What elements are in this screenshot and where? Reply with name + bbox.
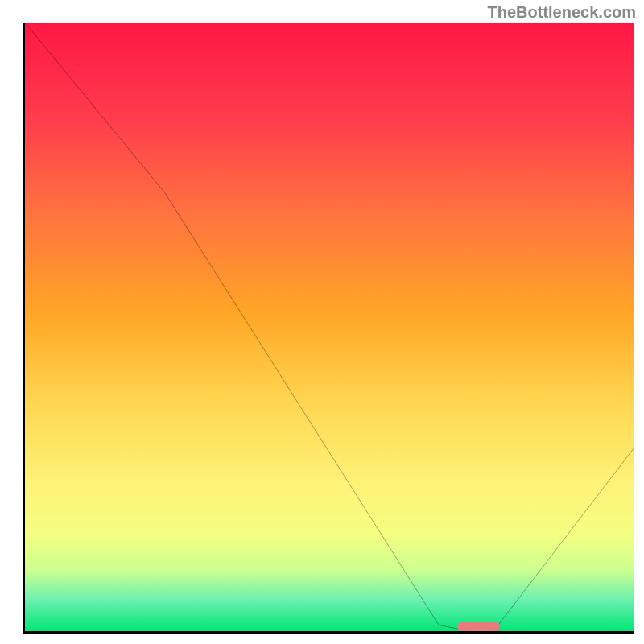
chart-line-curve [25,23,634,631]
chart-optimal-marker [457,622,500,631]
watermark-text: TheBottleneck.com [488,3,636,22]
chart-plot-area [23,23,634,634]
